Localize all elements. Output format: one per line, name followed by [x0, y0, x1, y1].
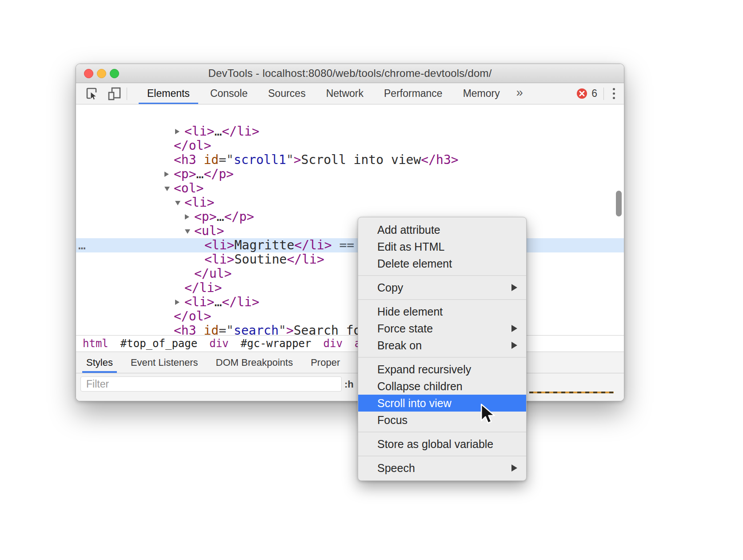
sidebar-tab-proper[interactable]: Proper — [307, 352, 344, 373]
dom-node-text: <h3 id="scroll1">Scroll into view</h3> — [76, 153, 459, 167]
dom-node-text: <li>Soutine</li> — [76, 252, 324, 267]
menu-item-label: Scroll into view — [377, 397, 451, 410]
devtools-window: DevTools - localhost:8080/web/tools/chro… — [76, 64, 624, 401]
sidebar-tab-styles[interactable]: Styles — [82, 352, 117, 373]
expand-arrow-icon[interactable] — [185, 214, 189, 220]
submenu-arrow-icon — [511, 342, 517, 349]
mouse-cursor — [479, 404, 497, 424]
styles-filter-row: :h — [76, 373, 624, 401]
breadcrumb: html#top_of_pagediv#gc-wrapperdivarticle — [76, 335, 624, 352]
tab-console[interactable]: Console — [200, 83, 258, 104]
toolbar-right: 6 — [576, 88, 624, 100]
dom-node-row[interactable]: <li> — [76, 196, 624, 210]
menu-separator — [358, 357, 526, 358]
dom-node-row[interactable]: <h3 id="search">Search for node — [76, 324, 624, 335]
dom-node-text: <h3 id="search">Search for node — [76, 324, 406, 335]
menu-item-label: Force state — [377, 322, 433, 335]
dom-node-row[interactable]: </ol> — [76, 309, 624, 324]
dom-node-row[interactable]: <p>…</p> — [76, 167, 624, 181]
tab-elements[interactable]: Elements — [137, 83, 200, 104]
dom-node-text: <ul> — [76, 224, 224, 238]
row-overflow-dots[interactable]: … — [78, 238, 87, 252]
submenu-arrow-icon — [511, 325, 517, 332]
sidebar-tabs: StylesEvent ListenersDOM BreakpointsProp… — [76, 352, 624, 373]
tab-memory[interactable]: Memory — [453, 83, 510, 104]
menu-item-hide-element[interactable]: Hide element — [358, 303, 526, 320]
metrics-dashed-border-fragment — [529, 392, 614, 393]
dom-node-text: </ol> — [76, 309, 211, 324]
tab-sources[interactable]: Sources — [258, 83, 316, 104]
device-toolbar-icon[interactable] — [107, 86, 122, 101]
menu-item-label: Store as global variable — [377, 438, 493, 451]
breadcrumb-item-div[interactable]: div — [209, 337, 228, 350]
error-count-badge[interactable]: 6 — [576, 88, 597, 100]
menu-separator — [358, 299, 526, 300]
expand-arrow-icon[interactable] — [175, 300, 180, 305]
dom-node-row[interactable]: <p>…</p> — [76, 210, 624, 224]
expand-arrow-icon[interactable] — [175, 129, 180, 134]
tab-network[interactable]: Network — [316, 83, 374, 104]
dom-node-text: <li>…</li> — [76, 295, 260, 309]
inspect-element-icon[interactable] — [84, 86, 99, 101]
menu-item-scroll-into-view[interactable]: Scroll into view — [358, 395, 526, 412]
sidebar-tab-event-listeners[interactable]: Event Listeners — [127, 352, 202, 373]
menu-item-edit-as-html[interactable]: Edit as HTML — [358, 238, 526, 255]
dom-node-row-selected[interactable]: …<li>Magritte</li> == $0 — [76, 238, 624, 252]
menu-item-collapse-children[interactable]: Collapse children — [358, 378, 526, 395]
pseudo-state-toggle[interactable]: :h — [344, 379, 354, 390]
menu-item-add-attribute[interactable]: Add attribute — [358, 221, 526, 238]
more-tabs-chevron[interactable]: » — [510, 86, 529, 100]
menu-item-label: Expand recursively — [377, 363, 471, 376]
dom-node-row[interactable]: <li>…</li> — [76, 295, 624, 309]
dom-node-text: </ol> — [76, 139, 211, 153]
menu-item-label: Focus — [377, 414, 407, 427]
dom-node-row[interactable]: </ul> — [76, 267, 624, 281]
dom-node-text: <p>…</p> — [76, 210, 254, 224]
dom-node-row[interactable]: <li>Soutine</li> — [76, 252, 624, 267]
dom-node-row[interactable]: <ul> — [76, 224, 624, 238]
breadcrumb-item-html[interactable]: html — [83, 337, 108, 350]
dom-node-text: </li> — [76, 281, 222, 295]
dom-node-row[interactable]: <li>…</li> — [76, 124, 624, 139]
sidebar-tab-dom-breakpoints[interactable]: DOM Breakpoints — [212, 352, 297, 373]
menu-item-break-on[interactable]: Break on — [358, 337, 526, 354]
menu-separator — [358, 432, 526, 432]
menu-item-label: Edit as HTML — [377, 240, 444, 253]
tab-performance[interactable]: Performance — [374, 83, 453, 104]
collapse-arrow-icon[interactable] — [185, 229, 190, 234]
dom-node-text: <li> — [76, 196, 214, 210]
dom-node-row[interactable]: </li> — [76, 281, 624, 295]
dom-tree: <li>…</li></ol><h3 id="scroll1">Scroll i… — [76, 104, 624, 335]
more-options-icon[interactable] — [610, 88, 624, 99]
menu-item-delete-element[interactable]: Delete element — [358, 255, 526, 272]
expand-arrow-icon[interactable] — [164, 172, 169, 177]
submenu-arrow-icon — [511, 464, 517, 472]
vertical-scrollbar-thumb[interactable] — [616, 191, 622, 216]
menu-item-expand-recursively[interactable]: Expand recursively — [358, 361, 526, 378]
dom-node-row[interactable]: </ol> — [76, 139, 624, 153]
menu-item-label: Collapse children — [377, 380, 463, 393]
menu-item-copy[interactable]: Copy — [358, 279, 526, 296]
error-count: 6 — [591, 88, 597, 100]
collapse-arrow-icon[interactable] — [164, 187, 170, 191]
menu-item-label: Speech — [377, 462, 415, 475]
context-menu: Add attributeEdit as HTMLDelete elementC… — [358, 217, 527, 481]
dom-node-text: <p>…</p> — [76, 167, 234, 181]
collapse-arrow-icon[interactable] — [175, 201, 180, 205]
styles-filter-input[interactable] — [80, 376, 342, 392]
breadcrumb-item-div[interactable]: div — [324, 337, 343, 350]
menu-item-speech[interactable]: Speech — [358, 460, 526, 476]
dom-node-text: </ul> — [76, 267, 232, 281]
toolbar-divider — [127, 88, 127, 100]
breadcrumb-item-top-of-page[interactable]: #top_of_page — [120, 337, 197, 350]
dom-node-row[interactable]: <h3 id="scroll1">Scroll into view</h3> — [76, 153, 624, 167]
menu-item-focus[interactable]: Focus — [358, 412, 526, 428]
toolbar-divider-2 — [603, 88, 604, 100]
menu-item-label: Hide element — [377, 305, 443, 318]
dom-node-row[interactable]: <ol> — [76, 181, 624, 196]
menu-item-store-as-global-variable[interactable]: Store as global variable — [358, 436, 526, 452]
dom-tree-rows: <li>…</li></ol><h3 id="scroll1">Scroll i… — [76, 124, 624, 335]
menu-item-force-state[interactable]: Force state — [358, 320, 526, 337]
error-icon — [576, 88, 587, 99]
breadcrumb-item-gc-wrapper[interactable]: #gc-wrapper — [241, 337, 312, 350]
